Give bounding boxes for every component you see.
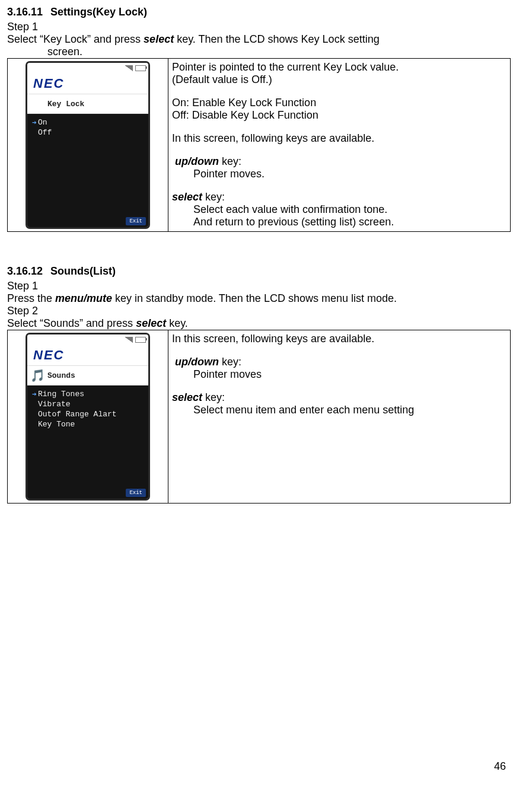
desc-line: (Default value is Off.) [172, 74, 506, 86]
key-suffix: key: [202, 191, 225, 203]
desc-line: In this screen, following keys are avail… [172, 333, 506, 345]
key-suffix: key: [202, 391, 225, 403]
exit-button[interactable]: Exit [126, 489, 146, 497]
battery-icon [135, 337, 146, 343]
section-number-1: 3.16.11 [7, 6, 47, 18]
select-key-ref: select [172, 391, 202, 403]
s2-table: NEC 🎵 Sounds ➔Ring Tones Vibrate Outof R… [7, 330, 511, 504]
item-label: Ring Tones [38, 390, 84, 399]
key-heading: up/down key: [172, 155, 506, 168]
select-key-ref: select [144, 33, 174, 45]
phone-footer: Exit [27, 212, 148, 227]
s2-description: In this screen, following keys are avail… [168, 330, 511, 504]
s2-step1-a: Press the [7, 292, 55, 304]
key-desc: Pointer moves [193, 368, 506, 381]
s1-step1: Step 1 Select “Key Lock” and press selec… [7, 21, 511, 46]
menumute-key-ref: menu/mute [55, 292, 112, 304]
s2-screenshot-cell: NEC 🎵 Sounds ➔Ring Tones Vibrate Outof R… [8, 330, 168, 504]
exit-button[interactable]: Exit [126, 217, 146, 225]
key-desc: Select each value with confirmation tone… [193, 203, 506, 216]
item-label: Key Tone [38, 420, 75, 429]
phone-logo-row: NEC [27, 74, 148, 94]
s2-step1: Step 1 Press the menu/mute key in standb… [7, 280, 511, 305]
pointer-icon: ➔ [31, 118, 38, 128]
signal-icon [125, 337, 133, 343]
key-heading: select key: [172, 191, 506, 203]
phone-body: ➔On Off [27, 114, 148, 212]
s2-step1-label: Step 1 [7, 280, 47, 292]
s1-table: NEC Key Lock ➔On Off Exit Pointer is poi… [7, 58, 511, 232]
s2-step2-a: Select “Sounds” and press [7, 317, 136, 329]
s1-step1-b: key. Then the LCD shows Key Lock setting [174, 33, 380, 45]
keylock-icon [27, 94, 47, 113]
key-desc: And return to previous (setting list) sc… [193, 216, 506, 228]
key-suffix: key: [219, 356, 241, 368]
key-suffix: key: [219, 155, 241, 167]
phone-title-row: 🎵 Sounds [27, 365, 148, 385]
phone-title: Sounds [47, 371, 75, 380]
list-item[interactable]: Off [31, 128, 145, 138]
music-icon: 🎵 [27, 366, 47, 385]
s1-step1-line2: screen. [47, 46, 511, 58]
section-heading-2: 3.16.12 Sounds(List) [7, 265, 511, 278]
s1-step1-a: Select “Key Lock” and press [7, 33, 144, 45]
item-label: Outof Range Alart [38, 410, 117, 419]
pointer-icon: ➔ [31, 390, 38, 399]
list-item[interactable]: Key Tone [31, 419, 145, 429]
item-label: Vibrate [38, 400, 71, 409]
item-label: On [38, 118, 47, 127]
phone-title-row: Key Lock [27, 94, 148, 114]
phone-statusbar [27, 63, 148, 74]
section-number-2: 3.16.12 [7, 265, 47, 278]
phone-logo-row: NEC [27, 345, 148, 365]
nec-logo: NEC [33, 348, 64, 363]
phone-keylock: NEC Key Lock ➔On Off Exit [26, 61, 150, 229]
key-desc: Select menu item and enter each menu set… [193, 404, 506, 416]
nec-logo: NEC [33, 76, 64, 91]
s1-description: Pointer is pointed to the current Key Lo… [168, 59, 511, 232]
key-desc: Pointer moves. [193, 168, 506, 180]
desc-line: On: Enable Key Lock Function [172, 97, 506, 109]
select-key-ref: select [136, 317, 166, 329]
desc-line: In this screen, following keys are avail… [172, 132, 506, 145]
section-heading-1: 3.16.11 Settings(Key Lock) [7, 6, 511, 18]
phone-title: Key Lock [47, 100, 84, 109]
phone-statusbar [27, 334, 148, 345]
s2-step1-b: key in standby mode. Then the LCD shows … [112, 292, 397, 304]
key-heading: select key: [172, 391, 506, 404]
section-gap [7, 232, 511, 265]
battery-icon [135, 65, 146, 71]
s2-step2: Step 2 Select “Sounds” and press select … [7, 305, 511, 330]
phone-sounds: NEC 🎵 Sounds ➔Ring Tones Vibrate Outof R… [26, 333, 150, 501]
desc-line: Pointer is pointed to the current Key Lo… [172, 61, 506, 74]
s1-screenshot-cell: NEC Key Lock ➔On Off Exit [8, 59, 168, 232]
signal-icon [125, 65, 133, 71]
page-number: 46 [494, 760, 506, 773]
list-item[interactable]: ➔Ring Tones [31, 389, 145, 399]
s2-step2-b: key. [166, 317, 188, 329]
key-heading: up/down key: [172, 356, 506, 368]
phone-body: ➔Ring Tones Vibrate Outof Range Alart Ke… [27, 385, 148, 484]
list-item[interactable]: Outof Range Alart [31, 409, 145, 419]
section-title-1: Settings(Key Lock) [50, 6, 147, 18]
desc-line: Off: Disable Key Lock Function [172, 109, 506, 122]
item-label: Off [38, 128, 52, 137]
updown-key-ref: up/down [175, 155, 219, 167]
section-title-2: Sounds(List) [50, 265, 116, 277]
list-item[interactable]: ➔On [31, 117, 145, 128]
s1-step1-label: Step 1 [7, 21, 47, 33]
list-item[interactable]: Vibrate [31, 399, 145, 409]
select-key-ref: select [172, 191, 202, 203]
s2-step2-label: Step 2 [7, 305, 47, 317]
phone-footer: Exit [27, 484, 148, 499]
updown-key-ref: up/down [175, 356, 219, 368]
